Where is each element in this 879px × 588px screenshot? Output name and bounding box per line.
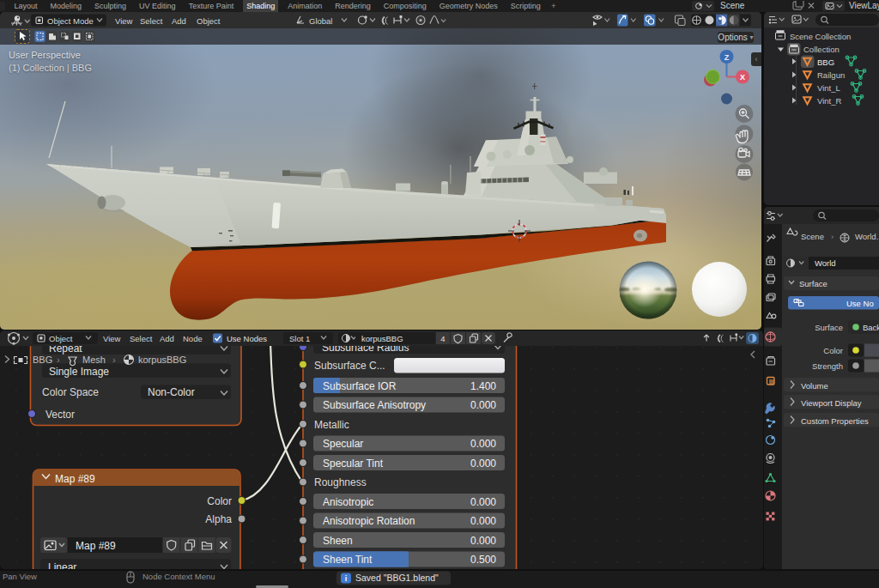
svg-text:Back: Back [863,323,879,332]
svg-text:Use No: Use No [846,299,874,308]
svg-text:0.500: 0.500 [470,554,496,566]
svg-text:Subsurface Anisotropy: Subsurface Anisotropy [323,399,426,411]
svg-text:View: View [103,334,121,343]
svg-text:ViewLay: ViewLay [849,1,879,10]
svg-text:Color Space: Color Space [42,386,99,398]
svg-text:Map #89: Map #89 [76,540,116,552]
svg-text:Node: Node [183,334,203,343]
svg-text:i: i [345,574,348,583]
svg-text:Sheen Tint: Sheen Tint [323,554,373,566]
svg-text:World: World [815,258,836,268]
svg-text:BBG: BBG [817,58,834,67]
svg-text:Viewport Display: Viewport Display [801,398,862,408]
svg-text:Strength: Strength [812,361,843,371]
svg-text:Select: Select [140,16,163,26]
svg-text:Specular Tint: Specular Tint [323,458,384,470]
svg-text:Custom Properties: Custom Properties [801,416,869,426]
svg-text:Color: Color [823,346,843,355]
svg-text:Subsurface IOR: Subsurface IOR [323,380,397,392]
svg-text:0.000: 0.000 [470,535,496,547]
svg-text:X: X [740,73,745,82]
svg-text:Single Image: Single Image [49,366,109,378]
svg-text:Specular: Specular [323,438,363,450]
svg-text:Metallic: Metallic [314,419,349,431]
svg-text:Repeat: Repeat [49,346,82,355]
svg-text:Scene Collection: Scene Collection [790,32,851,41]
svg-text:Slot 1: Slot 1 [289,334,310,343]
svg-text:Anisotropic Rotation: Anisotropic Rotation [323,515,415,527]
svg-text:Railgun: Railgun [817,70,845,80]
svg-text:Non-Color: Non-Color [148,386,195,398]
svg-text:Pan View: Pan View [3,572,37,581]
svg-text:Sheen: Sheen [323,535,353,547]
svg-text:View: View [115,16,133,26]
svg-text:Volume: Volume [801,381,828,391]
svg-text:Anisotropic: Anisotropic [323,496,373,508]
svg-text:Alpha: Alpha [205,513,232,525]
svg-text:Add: Add [172,16,186,26]
svg-text:Vint_L: Vint_L [817,83,840,93]
svg-text:0.000: 0.000 [470,496,496,508]
svg-text:Scene: Scene [720,1,745,10]
svg-text:Use Nodes: Use Nodes [227,334,267,343]
svg-text:Map #89: Map #89 [55,473,95,485]
svg-text:Linear: Linear [48,561,76,570]
svg-text:World...: World... [855,232,879,241]
svg-text:korpusBBG: korpusBBG [361,334,403,343]
svg-text:BBG: BBG [33,355,52,365]
svg-text:Subsurface C...: Subsurface C... [314,360,385,372]
svg-text:›: › [831,232,834,241]
svg-text:0.000: 0.000 [470,438,496,450]
svg-text:korpusBBG: korpusBBG [138,355,186,365]
svg-text:4: 4 [440,334,445,343]
svg-text:Add: Add [160,334,174,343]
svg-text:Global: Global [309,16,332,26]
svg-text:1.400: 1.400 [470,380,496,392]
svg-text:›: › [57,355,60,365]
svg-text:Node Context Menu: Node Context Menu [142,572,215,581]
svg-text:Vector: Vector [45,409,75,421]
svg-text:Subsurface Radius: Subsurface Radius [322,346,409,354]
svg-text:Object: Object [49,334,73,343]
svg-text:Saved "BBG1.blend": Saved "BBG1.blend" [355,573,439,583]
svg-text:Scene: Scene [801,232,824,241]
svg-text:Collection: Collection [803,45,840,54]
svg-text:Color: Color [207,495,232,507]
svg-text:Surface: Surface [799,279,827,288]
svg-text:›: › [112,355,116,365]
svg-text:Z: Z [724,53,730,62]
svg-text:0.000: 0.000 [470,399,496,411]
svg-text:Object: Object [197,16,221,26]
svg-text:Vint_R: Vint_R [817,96,841,106]
svg-text:0.000: 0.000 [470,458,496,470]
svg-text:Surface: Surface [815,323,843,332]
svg-text:0.000: 0.000 [470,515,496,527]
svg-text:Object Mode: Object Mode [47,16,94,26]
svg-text:Select: Select [130,334,153,343]
svg-text:Mesh: Mesh [82,355,106,365]
svg-text:Roughness: Roughness [314,476,367,488]
